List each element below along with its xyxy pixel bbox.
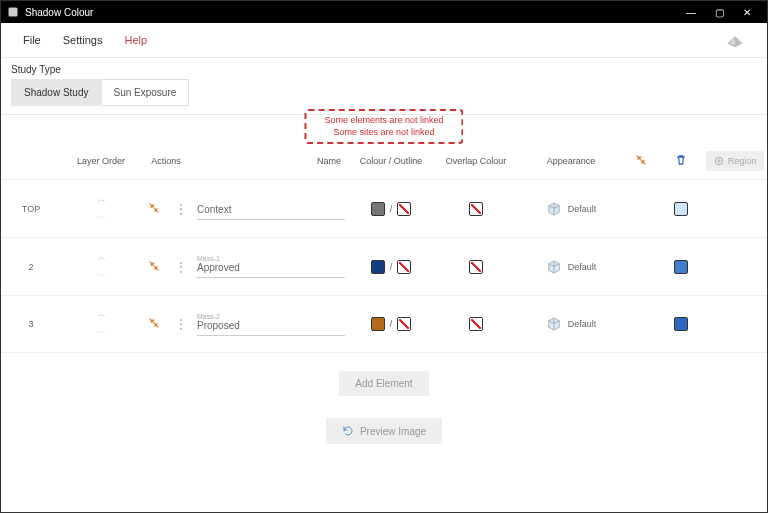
add-region-button[interactable]: Region (706, 151, 765, 171)
overlap-swatch[interactable] (469, 317, 483, 331)
reorder-arrows: ︿ ﹀ (61, 253, 141, 281)
move-up-button[interactable]: ︿ (97, 310, 106, 319)
unlink-all-button[interactable] (621, 153, 661, 169)
element-row: TOP ︿ ﹀ ⋮ Context / Default (1, 179, 767, 237)
warning-banner: Some elements are not linked Some sites … (304, 109, 463, 144)
plus-circle-icon (714, 156, 724, 166)
move-down-button[interactable]: ﹀ (97, 214, 106, 223)
unlink-button[interactable] (147, 201, 161, 217)
reorder-arrows: ︿ ﹀ (61, 195, 141, 223)
add-element-button[interactable]: Add Element (339, 371, 428, 396)
cube-icon (546, 316, 562, 332)
row-order: TOP (1, 204, 61, 214)
unlink-icon (634, 153, 648, 167)
reorder-arrows: ︿ ﹀ (61, 310, 141, 338)
unlink-icon (147, 316, 161, 330)
app-icon (7, 6, 19, 18)
region-swatch[interactable] (674, 260, 688, 274)
col-overlap-colour: Overlap Colour (431, 156, 521, 166)
refresh-icon (342, 425, 354, 437)
svg-rect-0 (9, 8, 18, 17)
row-subname: Mass-2 (197, 313, 345, 320)
move-up-button[interactable]: ︿ (97, 195, 106, 204)
element-rows: TOP ︿ ﹀ ⋮ Context / Default 2 ︿ ﹀ (1, 179, 767, 353)
colour-swatch[interactable] (371, 202, 385, 216)
move-down-button[interactable]: ﹀ (97, 272, 106, 281)
row-name-input[interactable]: Context (197, 198, 345, 220)
move-up-button[interactable]: ︿ (97, 253, 106, 262)
outline-swatch[interactable] (397, 202, 411, 216)
colour-swatch[interactable] (371, 317, 385, 331)
minimize-button[interactable]: — (677, 7, 705, 18)
menu-file[interactable]: File (23, 34, 41, 46)
colour-swatch[interactable] (371, 260, 385, 274)
row-subname: Mass-1 (197, 255, 345, 262)
col-colour-outline: Colour / Outline (351, 156, 431, 167)
col-actions: Actions (141, 156, 191, 166)
cube-icon (546, 201, 562, 217)
app-logo-icon (725, 30, 745, 50)
row-menu-button[interactable]: ⋮ (175, 260, 186, 274)
appearance-select[interactable]: Default (521, 316, 621, 332)
unlink-icon (147, 201, 161, 215)
row-name-input[interactable]: Approved (197, 262, 345, 278)
tab-sun-exposure[interactable]: Sun Exposure (102, 79, 190, 106)
cube-icon (546, 259, 562, 275)
warning-line-2: Some sites are not linked (324, 127, 443, 139)
menu-help[interactable]: Help (124, 34, 147, 46)
move-down-button[interactable]: ﹀ (97, 329, 106, 338)
close-button[interactable]: ✕ (733, 7, 761, 18)
unlink-icon (147, 259, 161, 273)
menu-settings[interactable]: Settings (63, 34, 103, 46)
row-name-input[interactable]: Proposed (197, 320, 345, 336)
unlink-button[interactable] (147, 316, 161, 332)
row-menu-button[interactable]: ⋮ (175, 317, 186, 331)
outline-swatch[interactable] (397, 260, 411, 274)
appearance-select[interactable]: Default (521, 201, 621, 217)
row-order: 3 (1, 319, 61, 329)
delete-all-button[interactable] (661, 153, 701, 169)
study-type-label: Study Type (1, 58, 767, 79)
region-swatch[interactable] (674, 317, 688, 331)
appearance-select[interactable]: Default (521, 259, 621, 275)
element-row: 2 ︿ ﹀ ⋮ Mass-1 Approved / Default (1, 237, 767, 295)
overlap-swatch[interactable] (469, 260, 483, 274)
title-bar: Shadow Colour — ▢ ✕ (1, 1, 767, 23)
outline-swatch[interactable] (397, 317, 411, 331)
window-title: Shadow Colour (25, 7, 677, 18)
region-swatch[interactable] (674, 202, 688, 216)
region-button-label: Region (728, 156, 757, 166)
menu-bar: File Settings Help (1, 23, 767, 57)
col-name: Name (191, 156, 351, 166)
preview-image-button[interactable]: Preview Image (326, 418, 442, 444)
element-row: 3 ︿ ﹀ ⋮ Mass-2 Proposed / Default (1, 295, 767, 353)
row-order: 2 (1, 262, 61, 272)
warning-line-1: Some elements are not linked (324, 115, 443, 127)
footer-buttons: Add Element Preview Image (1, 371, 767, 444)
overlap-swatch[interactable] (469, 202, 483, 216)
col-layer-order: Layer Order (61, 156, 141, 166)
col-appearance: Appearance (521, 156, 621, 166)
maximize-button[interactable]: ▢ (705, 7, 733, 18)
unlink-button[interactable] (147, 259, 161, 275)
tab-shadow-study[interactable]: Shadow Study (11, 79, 102, 106)
trash-icon (674, 153, 688, 167)
grid-header: Layer Order Actions Name Colour / Outlin… (1, 151, 767, 179)
row-menu-button[interactable]: ⋮ (175, 202, 186, 216)
